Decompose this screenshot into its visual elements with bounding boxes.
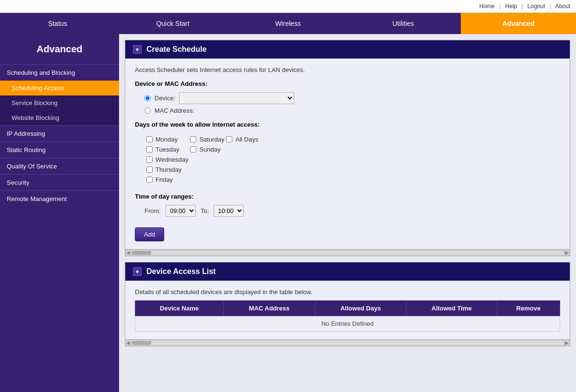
- sidebar-item-security[interactable]: Security: [0, 174, 119, 190]
- sidebar: Advanced Scheduling and Blocking Schedul…: [0, 34, 119, 392]
- help-link[interactable]: Help: [505, 3, 517, 10]
- to-label: To:: [201, 207, 209, 214]
- dal-header: ▼ Device Access List: [125, 262, 570, 281]
- nav-bar: Status Quick Start Wireless Utilities Ad…: [0, 13, 576, 34]
- device-mac-label: Device or MAC Address:: [135, 80, 560, 87]
- sidebar-item-scheduling-blocking[interactable]: Scheduling and Blocking: [0, 64, 119, 81]
- dal-body: Details of all scheduled devices are dis…: [125, 281, 570, 339]
- days-row-1: Monday Saturday All Days: [146, 136, 258, 143]
- days-row-2: Tuesday Sunday: [146, 146, 258, 153]
- days-label: Days of the week to allow Internet acces…: [135, 121, 560, 128]
- dal-thead: Device Name MAC Address Allowed Days All…: [135, 301, 560, 316]
- sidebar-item-service-blocking[interactable]: Service Blocking: [0, 95, 119, 110]
- day-saturday: Saturday: [190, 136, 224, 143]
- create-schedule-header: ▼ Create Schedule: [125, 40, 570, 59]
- create-schedule-scrollbar[interactable]: ◀ ▶: [125, 249, 570, 256]
- time-section: Time of day ranges: From: 00:0001:0002:0…: [135, 193, 560, 217]
- create-schedule-description: Access Scheduler sets Internet access ru…: [135, 66, 560, 73]
- create-schedule-collapse-btn[interactable]: ▼: [133, 45, 142, 54]
- dal-collapse-btn[interactable]: ▼: [133, 267, 142, 276]
- checkbox-wednesday[interactable]: [146, 156, 153, 163]
- dal-scrollbar[interactable]: ◀ ▶: [125, 339, 570, 346]
- radio-device[interactable]: [144, 95, 151, 101]
- radio-mac-row: MAC Address:: [144, 107, 560, 114]
- radio-mac-label: MAC Address:: [155, 107, 194, 114]
- dal-header-row: Device Name MAC Address Allowed Days All…: [135, 301, 560, 316]
- content-area: ▼ Create Schedule Access Scheduler sets …: [119, 34, 576, 392]
- day-tuesday: Tuesday: [146, 146, 188, 153]
- day-thursday: Thursday: [146, 166, 188, 173]
- checkbox-alldays[interactable]: [226, 136, 232, 143]
- add-button[interactable]: Add: [135, 227, 164, 241]
- day-wednesday: Wednesday: [146, 156, 188, 163]
- sidebar-item-website-blocking[interactable]: Website Blocking: [0, 110, 119, 125]
- col-allowed-time: Allowed Time: [407, 301, 497, 316]
- radio-device-label: Device:: [155, 95, 175, 102]
- device-mac-group: Device: MAC Address:: [144, 92, 560, 114]
- days-row-3: Wednesday: [146, 156, 258, 163]
- dal-table: Device Name MAC Address Allowed Days All…: [135, 300, 560, 332]
- sidebar-item-scheduling-access[interactable]: Scheduling Access: [0, 81, 119, 95]
- dal-title: Device Access List: [146, 267, 216, 276]
- nav-status[interactable]: Status: [0, 13, 115, 34]
- time-label: Time of day ranges:: [135, 193, 560, 200]
- dal-empty-row: No Entries Defined: [135, 316, 560, 332]
- sidebar-item-ip-addressing[interactable]: IP Addressing: [0, 125, 119, 142]
- to-select[interactable]: 00:0001:0002:0003:0004:0005:0006:0007:00…: [214, 205, 244, 217]
- top-bar: Home | Help | Logout | About: [0, 0, 576, 13]
- dal-empty-message: No Entries Defined: [135, 316, 560, 332]
- days-row-5: Friday: [146, 176, 258, 183]
- checkbox-monday[interactable]: [146, 136, 153, 143]
- nav-wireless[interactable]: Wireless: [230, 13, 346, 34]
- col-remove: Remove: [497, 301, 560, 316]
- device-dropdown[interactable]: [179, 92, 294, 104]
- day-monday: Monday: [146, 136, 188, 143]
- day-alldays: All Days: [226, 136, 258, 143]
- days-section: Days of the week to allow Internet acces…: [135, 121, 560, 186]
- col-allowed-days: Allowed Days: [315, 301, 406, 316]
- dal-tbody: No Entries Defined: [135, 316, 560, 332]
- logout-link[interactable]: Logout: [528, 3, 545, 10]
- radio-mac[interactable]: [144, 107, 151, 114]
- create-schedule-panel: ▼ Create Schedule Access Scheduler sets …: [125, 40, 570, 256]
- checkbox-friday[interactable]: [146, 177, 153, 183]
- create-schedule-title: Create Schedule: [146, 45, 206, 54]
- dal-description: Details of all scheduled devices are dis…: [135, 288, 560, 296]
- sidebar-item-qos[interactable]: Quality Of Service: [0, 158, 119, 174]
- days-row-4: Thursday: [146, 166, 258, 173]
- time-row: From: 00:0001:0002:0003:0004:0005:0006:0…: [144, 205, 560, 217]
- home-link[interactable]: Home: [479, 3, 494, 10]
- sidebar-item-remote-management[interactable]: Remote Management: [0, 190, 119, 207]
- nav-quickstart[interactable]: Quick Start: [115, 13, 230, 34]
- create-schedule-body: Access Scheduler sets Internet access ru…: [125, 59, 570, 249]
- from-select[interactable]: 00:0001:0002:0003:0004:0005:0006:0007:00…: [166, 205, 196, 217]
- day-sunday: Sunday: [190, 146, 224, 153]
- main-layout: Advanced Scheduling and Blocking Schedul…: [0, 34, 576, 392]
- checkbox-saturday[interactable]: [190, 136, 196, 143]
- sidebar-item-static-routing[interactable]: Static Routing: [0, 142, 119, 158]
- sidebar-title: Advanced: [0, 34, 119, 64]
- nav-utilities[interactable]: Utilities: [346, 13, 461, 34]
- nav-advanced[interactable]: Advanced: [461, 13, 576, 34]
- device-access-list-panel: ▼ Device Access List Details of all sche…: [125, 262, 570, 346]
- from-label: From:: [144, 207, 161, 214]
- days-grid: Monday Saturday All Days Tuesday Sunday …: [144, 133, 560, 186]
- day-friday: Friday: [146, 176, 188, 183]
- col-mac-address: MAC Address: [224, 301, 315, 316]
- about-link[interactable]: About: [555, 3, 570, 10]
- radio-device-row: Device:: [144, 92, 560, 104]
- checkbox-sunday[interactable]: [190, 146, 196, 153]
- checkbox-tuesday[interactable]: [146, 146, 153, 153]
- col-device-name: Device Name: [135, 301, 224, 316]
- checkbox-thursday[interactable]: [146, 166, 153, 173]
